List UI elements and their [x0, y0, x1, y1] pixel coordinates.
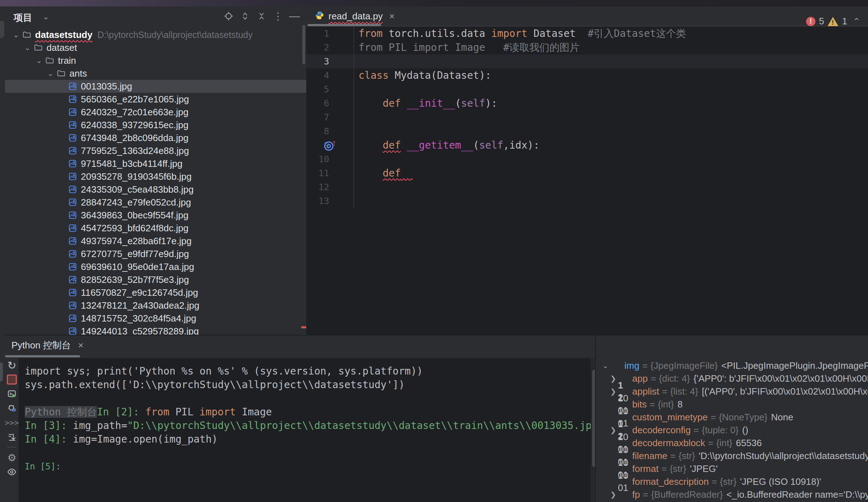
tree-row[interactable]: 28847243_e79fe052cd.jpg — [5, 196, 306, 209]
line-number[interactable]: 4 — [306, 70, 338, 81]
restart-console-icon[interactable]: ↻ — [5, 358, 19, 372]
code-line[interactable]: 10 — [306, 152, 868, 166]
editor-tab-read-data[interactable]: read_data.py × — [309, 6, 400, 26]
code-line[interactable]: 6 def __init__(self): — [306, 96, 868, 110]
tree-row[interactable]: 36439863_0bec9f554f.jpg — [5, 209, 306, 222]
tree-row[interactable]: 7759525_1363d24e88.jpg — [5, 144, 306, 157]
chevron-down-icon[interactable]: ⌄ — [45, 69, 56, 78]
chevron-down-icon[interactable]: ⌄ — [43, 12, 49, 21]
code-line[interactable]: 7 — [306, 110, 868, 124]
show-variables-eye-icon[interactable] — [5, 465, 19, 479]
tree-row[interactable]: 0013035.jpg — [5, 80, 306, 93]
tree-row[interactable]: 149244013_c529578289.jpg — [5, 325, 306, 335]
chevron-down-icon[interactable]: ⌄ — [11, 30, 21, 39]
locate-icon[interactable] — [223, 11, 234, 21]
code-line[interactable]: 5 — [306, 82, 868, 96]
variable-row[interactable]: 1001 decodermaxblock = {int} 65536 — [596, 436, 868, 449]
expand-all-icon[interactable] — [240, 11, 250, 21]
tree-row[interactable]: 116570827_e9c126745d.jpg — [5, 286, 306, 299]
code-line[interactable]: 11 def — [306, 166, 868, 180]
chevron-icon[interactable]: ❯ — [609, 490, 618, 499]
code-line[interactable]: 9 ↑ def __getitem__(self,idx): — [306, 138, 868, 152]
console-prompt-icon[interactable]: >>> — [5, 415, 19, 430]
variable-row[interactable]: ⌄ img = {JpegImageFile} <PIL.JpegImagePl… — [596, 359, 868, 372]
code-line[interactable]: 1 from torch.utils.data import Dataset #… — [306, 26, 868, 40]
scroll-to-end-icon[interactable] — [5, 430, 19, 444]
tree-row[interactable]: ⌄ datasetstudy D:\pytorchStudy\allprojec… — [5, 28, 306, 41]
image-file-icon — [67, 107, 78, 117]
project-scrollbar[interactable] — [302, 25, 305, 64]
inspections-widget[interactable]: ! 5 ! 1 ⌃ — [806, 16, 860, 27]
tree-row[interactable]: 6240329_72c01e663e.jpg — [5, 106, 306, 119]
line-number[interactable]: 13 — [306, 196, 338, 206]
tree-row[interactable]: 6240338_93729615ec.jpg — [5, 119, 306, 131]
line-number[interactable]: 11 — [306, 168, 338, 178]
tree-row[interactable]: 82852639_52b7f7f5e3.jpg — [5, 273, 306, 286]
tree-row[interactable]: 45472593_bfd624f8dc.jpg — [5, 222, 306, 235]
chevron-icon[interactable]: ⌄ — [601, 361, 610, 370]
override-method-icon[interactable]: ↑ — [324, 140, 335, 151]
line-number[interactable]: 8 — [306, 126, 338, 136]
collapse-all-icon[interactable] — [256, 11, 267, 21]
tree-row[interactable]: 148715752_302c84f5a4.jpg — [5, 312, 306, 325]
variable-row[interactable]: ❯ app = {dict: 4} {'APP0': b'JFIF\x00\x0… — [596, 372, 868, 385]
variable-row[interactable]: 1001 custom_mimetype = {NoneType} None — [596, 411, 868, 424]
line-number[interactable]: 12 — [306, 182, 338, 192]
variable-row[interactable]: 1001 bits = {int} 8 — [596, 398, 868, 411]
chevron-down-icon[interactable]: ⌄ — [34, 56, 44, 65]
code-editor[interactable]: 1 from torch.utils.data import Dataset #… — [306, 26, 868, 335]
image-file-icon — [67, 120, 78, 130]
tree-row[interactable]: ⌄ train — [5, 54, 306, 67]
close-icon[interactable]: × — [78, 340, 83, 351]
chevron-icon[interactable]: ❯ — [609, 426, 618, 434]
more-vertical-icon[interactable]: ⋮ — [273, 11, 283, 21]
code-line[interactable]: 8 — [306, 124, 868, 138]
variable-row[interactable]: 1001 filename = {str} 'D:\\pytorchStudy\… — [596, 449, 868, 462]
code-line[interactable]: 4 class Mydata(Dataset): — [306, 68, 868, 82]
tree-row[interactable]: 20935278_9190345f6b.jpg — [5, 170, 306, 183]
chevron-down-icon[interactable]: ⌄ — [22, 43, 33, 52]
variable-row[interactable]: ❯ 12 applist = {list: 4} [('APP0', b'JFI… — [596, 385, 868, 398]
window-titlebar[interactable] — [0, 0, 868, 6]
line-number[interactable]: 5 — [306, 84, 338, 95]
line-number[interactable]: 10 — [306, 154, 338, 164]
variable-row[interactable]: 1001 format = {str} 'JPEG' — [596, 462, 868, 475]
tree-row[interactable]: 24335309_c5ea483bb8.jpg — [5, 183, 306, 196]
stop-icon[interactable] — [5, 372, 19, 387]
chevron-up-icon[interactable]: ⌃ — [853, 16, 860, 26]
close-icon[interactable]: × — [389, 11, 395, 22]
code-line[interactable]: 2 from PIL import Image #读取我们的图片 — [306, 40, 868, 54]
chevron-icon[interactable]: ❯ — [609, 387, 618, 396]
line-number[interactable]: 7 — [306, 112, 338, 122]
code-line[interactable]: 13 — [306, 194, 868, 208]
variable-row[interactable]: ❯ 12 decoderconfig = {tuple: 0} () — [596, 424, 868, 436]
line-number[interactable]: 1 — [306, 28, 338, 39]
tree-row[interactable]: 9715481_b3cb4114ff.jpg — [5, 157, 306, 170]
editor-area[interactable]: read_data.py × ! 5 ! 1 ⌃ 1 from torch.ut… — [306, 6, 868, 335]
execute-console-icon[interactable] — [5, 387, 19, 401]
tree-row[interactable]: 69639610_95e0de17aa.jpg — [5, 260, 306, 273]
line-number[interactable]: 2 — [306, 42, 338, 53]
tree-row[interactable]: 5650366_e22b7e1065.jpg — [5, 93, 306, 106]
hide-panel-icon[interactable]: — — [289, 11, 300, 21]
console-output[interactable]: import sys; print('Python %s on %s' % (s… — [19, 358, 591, 502]
tree-row[interactable]: 49375974_e28ba6f17e.jpg — [5, 235, 306, 247]
attach-debugger-icon[interactable] — [5, 401, 19, 415]
image-file-icon — [67, 132, 78, 143]
tree-row[interactable]: 6743948_2b8c096dda.jpg — [5, 131, 306, 144]
line-number[interactable]: 6 — [306, 98, 338, 108]
variable-row[interactable]: 1001 format_description = {str} 'JPEG (I… — [596, 475, 868, 488]
tree-row[interactable]: 132478121_2a430adea2.jpg — [5, 299, 306, 312]
settings-gear-icon[interactable]: ⚙ — [5, 450, 19, 465]
stripe-drag-handle[interactable] — [0, 362, 3, 382]
code-line[interactable]: 3 — [306, 54, 868, 68]
tree-row[interactable]: ⌄ ants — [5, 67, 306, 80]
line-number[interactable]: 3 — [306, 56, 338, 67]
code-line[interactable]: 12 — [306, 180, 868, 194]
project-tool-button[interactable] — [0, 21, 4, 38]
tree-row[interactable]: ⌄ dataset — [5, 41, 306, 54]
tree-row[interactable]: 67270775_e9fdf77e9d.jpg — [5, 247, 306, 260]
chevron-icon[interactable]: ❯ — [609, 374, 618, 383]
console-tab[interactable]: Python 控制台 × — [11, 339, 83, 352]
variable-row[interactable]: ❯ fp = {BufferedReader} <_io.BufferedRea… — [596, 488, 868, 501]
